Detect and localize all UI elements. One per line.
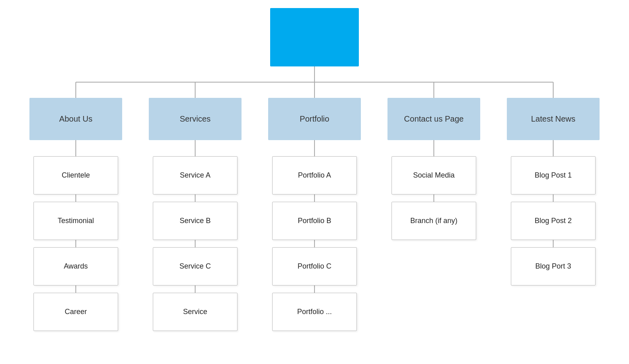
child-node-contact-0[interactable]: Social Media <box>392 156 476 194</box>
columns-row: About UsClienteleTestimonialAwardsCareer… <box>16 66 613 331</box>
columns-wrapper: About UsClienteleTestimonialAwardsCareer… <box>0 66 629 331</box>
child-node-services-1[interactable]: Service B <box>153 202 237 240</box>
root-row <box>0 0 629 66</box>
child-node-about-us-1[interactable]: Testimonial <box>33 202 118 240</box>
root-node[interactable] <box>270 8 359 66</box>
category-node-contact[interactable]: Contact us Page <box>387 98 480 140</box>
category-node-portfolio[interactable]: Portfolio <box>268 98 361 140</box>
category-node-latest-news[interactable]: Latest News <box>507 98 600 140</box>
column-contact: Contact us PageSocial MediaBranch (if an… <box>374 66 494 331</box>
column-services: ServicesService AService BService CServi… <box>135 66 255 331</box>
child-node-latest-news-0[interactable]: Blog Post 1 <box>511 156 596 194</box>
child-node-about-us-0[interactable]: Clientele <box>33 156 118 194</box>
child-node-latest-news-1[interactable]: Blog Post 2 <box>511 202 596 240</box>
child-node-latest-news-2[interactable]: Blog Port 3 <box>511 247 596 285</box>
child-node-services-3[interactable]: Service <box>153 293 237 331</box>
child-node-portfolio-1[interactable]: Portfolio B <box>272 202 357 240</box>
category-node-about-us[interactable]: About Us <box>29 98 122 140</box>
child-node-portfolio-3[interactable]: Portfolio ... <box>272 293 357 331</box>
child-node-services-0[interactable]: Service A <box>153 156 237 194</box>
category-node-services[interactable]: Services <box>149 98 242 140</box>
child-node-about-us-3[interactable]: Career <box>33 293 118 331</box>
child-node-services-2[interactable]: Service C <box>153 247 237 285</box>
column-portfolio: PortfolioPortfolio APortfolio BPortfolio… <box>255 66 374 331</box>
child-node-contact-1[interactable]: Branch (if any) <box>392 202 476 240</box>
column-latest-news: Latest NewsBlog Post 1Blog Post 2Blog Po… <box>494 66 613 331</box>
child-node-portfolio-0[interactable]: Portfolio A <box>272 156 357 194</box>
child-node-portfolio-2[interactable]: Portfolio C <box>272 247 357 285</box>
site-map-diagram: About UsClienteleTestimonialAwardsCareer… <box>0 0 629 331</box>
child-node-about-us-2[interactable]: Awards <box>33 247 118 285</box>
column-about-us: About UsClienteleTestimonialAwardsCareer <box>16 66 135 331</box>
